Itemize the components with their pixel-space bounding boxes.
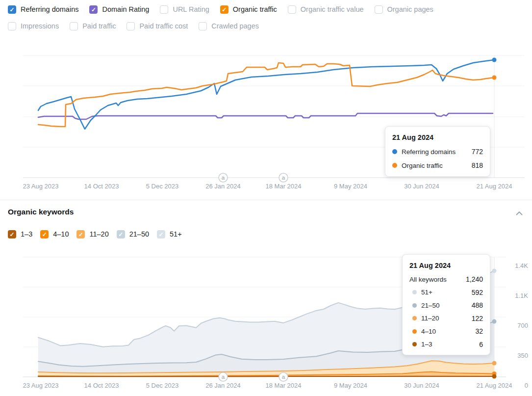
legend-label: URL Rating bbox=[173, 5, 209, 14]
legend-checkbox-21-50[interactable]: ✓21–50 bbox=[117, 230, 149, 239]
tooltip-row-organic-traffic: Organic traffic818 bbox=[392, 158, 483, 172]
line-1-3-cumulative-top bbox=[38, 376, 494, 377]
x-axis-label: 9 May 2024 bbox=[334, 382, 367, 389]
tooltip-row-label: All keywords bbox=[409, 276, 466, 283]
tooltip-row-51+: 51+592 bbox=[409, 286, 483, 299]
tooltip-date: 21 Aug 2024 bbox=[392, 132, 483, 142]
chevron-up-icon bbox=[516, 211, 523, 215]
series-color-dot bbox=[412, 316, 417, 320]
legend-checkbox-1-3[interactable]: ✓1–3 bbox=[8, 230, 32, 239]
legend-label: 51+ bbox=[170, 230, 182, 239]
checked-checkbox-icon[interactable]: ✓ bbox=[117, 230, 125, 238]
unchecked-checkbox-icon[interactable] bbox=[127, 22, 135, 30]
legend-checkbox-organic-traffic[interactable]: ✓Organic traffic bbox=[220, 5, 277, 14]
x-axis-label: 21 Aug 2024 bbox=[476, 183, 512, 190]
tooltip-rows: Referring domains772Organic traffic818 bbox=[392, 145, 483, 172]
annotation-marker-letter: a bbox=[222, 374, 225, 380]
tooltip-row-21-50: 21–50488 bbox=[409, 299, 483, 312]
legend-checkbox-impressions[interactable]: Impressions bbox=[8, 22, 59, 31]
y-axis-label: 1.4K bbox=[515, 262, 528, 269]
unchecked-checkbox-icon[interactable] bbox=[199, 22, 207, 30]
y-axis-label: 700 bbox=[517, 322, 528, 329]
tooltip-row-value: 818 bbox=[472, 161, 483, 169]
legend-checkbox-51+[interactable]: ✓51+ bbox=[157, 230, 182, 239]
series-color-dot bbox=[412, 303, 417, 308]
legend-label: Organic traffic bbox=[233, 5, 277, 14]
legend-label: Impressions bbox=[21, 22, 59, 31]
annotation-marker-letter: a bbox=[282, 175, 285, 181]
x-axis-label: 9 May 2024 bbox=[334, 183, 367, 190]
checked-checkbox-icon[interactable]: ✓ bbox=[76, 230, 85, 238]
tooltip-row-value: 122 bbox=[472, 315, 483, 322]
tooltip-row-referring-domains: Referring domains772 bbox=[392, 145, 483, 158]
tooltip-row-label: 1–3 bbox=[421, 341, 479, 348]
tooltip-row-1-3: 1–36 bbox=[409, 338, 483, 351]
tooltip-row-11-20: 11–20122 bbox=[409, 312, 483, 325]
legend-checkbox-4-10[interactable]: ✓4–10 bbox=[40, 230, 69, 239]
end-dot-1-3-cumulative-top bbox=[492, 374, 497, 379]
tooltip-row-value: 488 bbox=[472, 301, 483, 309]
metrics-legend-row-2: ImpressionsPaid trafficPaid traffic cost… bbox=[8, 22, 259, 31]
legend-checkbox-referring-domains[interactable]: ✓Referring domains bbox=[8, 5, 78, 14]
overview-chart-tooltip: 21 Aug 2024 Referring domains772Organic … bbox=[385, 126, 490, 177]
legend-label: Crawled pages bbox=[211, 22, 259, 31]
checked-checkbox-icon[interactable]: ✓ bbox=[220, 5, 228, 14]
metrics-legend-row-1: ✓Referring domains✓Domain RatingURL Rati… bbox=[8, 5, 433, 14]
tooltip-row-label: Organic traffic bbox=[402, 162, 472, 169]
end-dot-21-50-cumulative-top bbox=[492, 319, 497, 324]
series-color-dot bbox=[392, 149, 397, 154]
legend-label: 11–20 bbox=[89, 230, 108, 239]
end-dot-11-20-cumulative-top bbox=[492, 361, 497, 366]
collapse-section-button[interactable] bbox=[514, 209, 524, 217]
x-axis-label: 18 Mar 2024 bbox=[266, 382, 302, 389]
legend-checkbox-crawled-pages[interactable]: Crawled pages bbox=[199, 22, 259, 31]
checked-checkbox-icon[interactable]: ✓ bbox=[157, 230, 165, 238]
legend-label: 1–3 bbox=[21, 230, 32, 239]
legend-checkbox-organic-pages[interactable]: Organic pages bbox=[375, 5, 433, 14]
legend-label: Paid traffic bbox=[82, 22, 116, 31]
tooltip-rows: All keywords1,24051+59221–5048811–201224… bbox=[409, 273, 483, 351]
unchecked-checkbox-icon[interactable] bbox=[8, 22, 16, 30]
section-divider bbox=[0, 200, 532, 200]
y-axis-label: 0 bbox=[525, 382, 528, 389]
y-axis-label: 1.1K bbox=[515, 292, 528, 299]
x-axis-label: 18 Mar 2024 bbox=[266, 183, 302, 190]
legend-checkbox-11-20[interactable]: ✓11–20 bbox=[76, 230, 108, 239]
x-axis-label: 26 Jan 2024 bbox=[205, 382, 241, 389]
checked-checkbox-icon[interactable]: ✓ bbox=[8, 230, 16, 238]
checked-checkbox-icon[interactable]: ✓ bbox=[89, 5, 98, 14]
series-color-dot bbox=[412, 290, 417, 294]
unchecked-checkbox-icon[interactable] bbox=[70, 22, 78, 30]
legend-checkbox-domain-rating[interactable]: ✓Domain Rating bbox=[89, 5, 149, 14]
tooltip-row-label: Referring domains bbox=[402, 148, 472, 156]
tooltip-row-value: 32 bbox=[475, 327, 483, 335]
series-color-dot bbox=[392, 163, 397, 168]
tooltip-row-label: 21–50 bbox=[421, 302, 472, 309]
analytics-overview-page: ✓Referring domains✓Domain RatingURL Rati… bbox=[0, 0, 532, 396]
x-axis-label: 26 Jan 2024 bbox=[205, 183, 241, 190]
checked-checkbox-icon[interactable]: ✓ bbox=[40, 230, 49, 238]
end-dot-referring-domains bbox=[492, 58, 497, 62]
x-axis-label: 30 Jun 2024 bbox=[404, 382, 439, 389]
tooltip-row-label: 4–10 bbox=[421, 328, 475, 335]
tooltip-row-all-keywords: All keywords1,240 bbox=[409, 273, 483, 286]
legend-label: 4–10 bbox=[53, 230, 69, 239]
x-axis-label: 23 Aug 2023 bbox=[23, 382, 58, 389]
legend-checkbox-paid-traffic-cost[interactable]: Paid traffic cost bbox=[127, 22, 188, 31]
legend-checkbox-url-rating[interactable]: URL Rating bbox=[160, 5, 209, 14]
unchecked-checkbox-icon[interactable] bbox=[375, 5, 383, 14]
x-axis-label: 14 Oct 2023 bbox=[84, 183, 119, 190]
x-axis-label: 23 Aug 2023 bbox=[23, 183, 58, 190]
unchecked-checkbox-icon[interactable] bbox=[160, 5, 168, 14]
unchecked-checkbox-icon[interactable] bbox=[288, 5, 296, 14]
y-axis-label: 350 bbox=[517, 352, 528, 359]
annotation-marker-letter: a bbox=[282, 374, 285, 380]
tooltip-row-4-10: 4–1032 bbox=[409, 325, 483, 338]
series-color-dot bbox=[412, 342, 417, 346]
legend-checkbox-organic-traffic-value[interactable]: Organic traffic value bbox=[288, 5, 364, 14]
tooltip-row-value: 772 bbox=[472, 148, 483, 156]
legend-checkbox-paid-traffic[interactable]: Paid traffic bbox=[70, 22, 116, 31]
tooltip-row-label: 11–20 bbox=[421, 315, 472, 322]
checked-checkbox-icon[interactable]: ✓ bbox=[8, 5, 16, 14]
legend-label: 21–50 bbox=[129, 230, 149, 239]
